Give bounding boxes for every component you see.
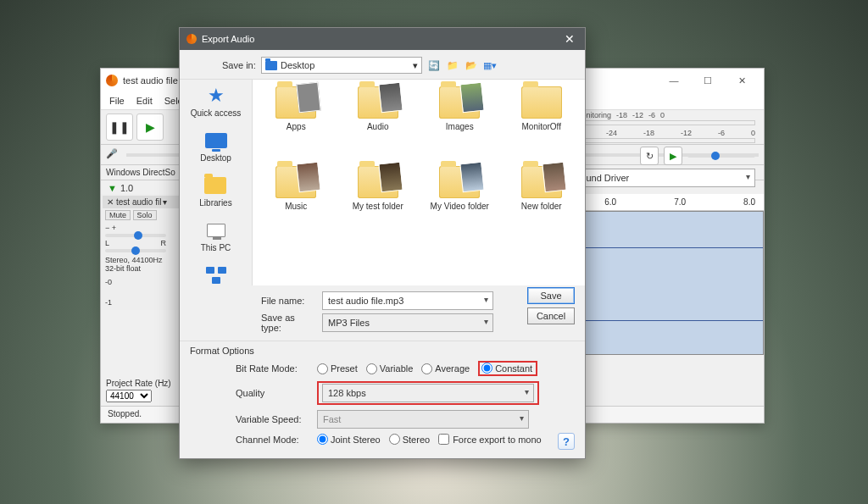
microphone-icon: 🎤 [106, 148, 118, 161]
file-name-input[interactable]: test audio file.mp3 [322, 291, 493, 310]
channel-mode-joint[interactable]: Joint Stereo [317, 434, 381, 445]
place-quick-access[interactable]: ★ Quick access [191, 85, 241, 118]
desktop-folder-icon [265, 61, 277, 70]
quality-select[interactable]: 128 kbps [322, 384, 534, 402]
playback-meter: rt Monitoring -18 -12 -6 0 -30 -24 -18 -… [569, 111, 755, 147]
file-browser-area[interactable]: Apps Audio Images MonitorOff Music My te… [252, 80, 585, 285]
highlight-constant: Constant [478, 361, 537, 376]
variable-speed-label: Variable Speed: [236, 414, 309, 424]
bitrate-mode-average[interactable]: Average [421, 363, 470, 374]
loop-button[interactable]: ↻ [640, 147, 659, 165]
cancel-button[interactable]: Cancel [527, 307, 575, 324]
folder-audio[interactable]: Audio [338, 86, 419, 164]
folder-label: Audio [367, 122, 389, 131]
mute-button[interactable]: Mute [105, 210, 131, 220]
window-maximize-button[interactable]: ☐ [691, 71, 725, 90]
menu-edit[interactable]: Edit [136, 96, 153, 106]
places-sidebar: ★ Quick access Desktop Libraries This PC… [180, 80, 252, 285]
save-as-type-label: Save as type: [261, 313, 315, 333]
place-desktop[interactable]: Desktop [200, 130, 231, 163]
folder-label: Apps [287, 122, 306, 131]
folder-label: My test folder [353, 202, 403, 211]
project-rate-label: Project Rate (Hz) [106, 379, 171, 388]
format-options-section: Format Options Bit Rate Mode: Preset Var… [180, 341, 585, 458]
folder-music[interactable]: Music [256, 166, 337, 244]
export-titlebar[interactable]: Export Audio ✕ [180, 28, 585, 50]
track-format-line2: 32-bit float [105, 264, 181, 273]
folder-images[interactable]: Images [420, 86, 500, 164]
channel-mode-stereo[interactable]: Stereo [389, 434, 430, 445]
folder-new[interactable]: New folder [502, 166, 582, 244]
save-in-label: Save in: [222, 60, 256, 70]
export-audio-dialog: Export Audio ✕ Save in: Desktop ▾ 🔄 📁 📂 … [179, 27, 586, 459]
track-close-button[interactable]: ✕ [106, 198, 114, 207]
view-menu-button[interactable]: ▦▾ [483, 58, 497, 72]
bitrate-mode-preset[interactable]: Preset [317, 363, 358, 374]
right-transport-controls: ↻ ▶ [640, 147, 755, 165]
new-folder-button[interactable]: 📂 [465, 58, 478, 72]
track-control-panel: ✕ test audio fil ▾ Mute Solo − + L R Ste… [101, 194, 186, 310]
menu-file[interactable]: File [109, 96, 125, 106]
dialog-close-button[interactable]: ✕ [561, 30, 578, 47]
track-name[interactable]: test audio fil [116, 197, 161, 207]
track-menu-icon[interactable]: ▾ [163, 197, 167, 207]
network-icon [206, 267, 226, 284]
bitrate-mode-label: Bit Rate Mode: [236, 363, 309, 374]
folder-my-video[interactable]: My Video folder [420, 166, 500, 244]
folder-label: MonitorOff [522, 122, 562, 131]
place-network[interactable]: Network [200, 264, 231, 285]
bitrate-mode-row: Bit Rate Mode: Preset Variable Average C… [236, 361, 575, 376]
channel-mode-row: Channel Mode: Joint Stereo Stereo Force … [236, 434, 575, 445]
project-rate-section: Project Rate (Hz) 44100 [106, 379, 171, 402]
bitrate-mode-constant[interactable]: Constant [481, 363, 532, 374]
audacity-logo-icon [106, 75, 118, 86]
format-options-title: Format Options [190, 346, 575, 356]
folder-label: My Video folder [431, 202, 489, 211]
track-format-line1: Stereo, 44100Hz [105, 256, 181, 264]
nav-back-button[interactable]: 🔄 [427, 58, 441, 72]
folder-label: New folder [521, 202, 562, 211]
file-name-label: File name: [261, 296, 315, 306]
audacity-title: test audio file [123, 75, 178, 86]
folder-label: Music [285, 202, 307, 211]
bitrate-mode-variable[interactable]: Variable [366, 363, 414, 374]
highlight-quality: 128 kbps [317, 381, 539, 405]
place-this-pc[interactable]: This PC [201, 219, 231, 252]
nav-up-button[interactable]: 📁 [446, 58, 459, 72]
folder-icon [204, 177, 226, 194]
audacity-logo-icon [186, 34, 197, 44]
help-button[interactable]: ? [558, 433, 575, 450]
scrub-play-button[interactable]: ▶ [664, 147, 682, 165]
window-close-button[interactable]: ✕ [725, 71, 759, 90]
monitor-icon [205, 133, 227, 148]
playback-speed-slider[interactable] [687, 154, 755, 158]
save-as-type-select[interactable]: MP3 Files [322, 313, 493, 332]
star-icon: ★ [203, 85, 229, 107]
window-minimize-button[interactable]: — [657, 71, 691, 90]
variable-speed-select: Fast [317, 410, 529, 429]
folder-monitoroff[interactable]: MonitorOff [502, 86, 582, 164]
project-rate-select[interactable]: 44100 [106, 390, 152, 402]
collapse-icon[interactable]: ▼ [108, 183, 117, 193]
output-device-select[interactable]: Sound Driver [569, 169, 755, 187]
quality-row: Quality 128 kbps [236, 381, 575, 405]
pause-button[interactable]: ❚❚ [106, 114, 133, 141]
variable-speed-row: Variable Speed: Fast [236, 410, 575, 429]
place-libraries[interactable]: Libraries [199, 174, 231, 208]
save-button[interactable]: Save [527, 287, 575, 304]
folder-apps[interactable]: Apps [256, 86, 337, 164]
solo-button[interactable]: Solo [133, 210, 157, 220]
save-in-select[interactable]: Desktop ▾ [261, 57, 422, 74]
gain-slider[interactable]: − + [105, 224, 181, 232]
channel-mode-label: Channel Mode: [236, 435, 309, 445]
chevron-down-icon: ▾ [413, 60, 418, 71]
quality-label: Quality [236, 388, 309, 398]
file-fields-section: Save Cancel File name: test audio file.m… [180, 285, 585, 341]
folder-my-test[interactable]: My test folder [338, 166, 419, 244]
folder-label: Images [446, 122, 474, 131]
marker-a: 1.0 [120, 183, 133, 193]
export-title: Export Audio [202, 34, 254, 44]
pc-icon [207, 224, 225, 237]
play-button[interactable]: ▶ [136, 114, 164, 141]
force-mono-checkbox[interactable]: Force export to mono [438, 434, 542, 445]
